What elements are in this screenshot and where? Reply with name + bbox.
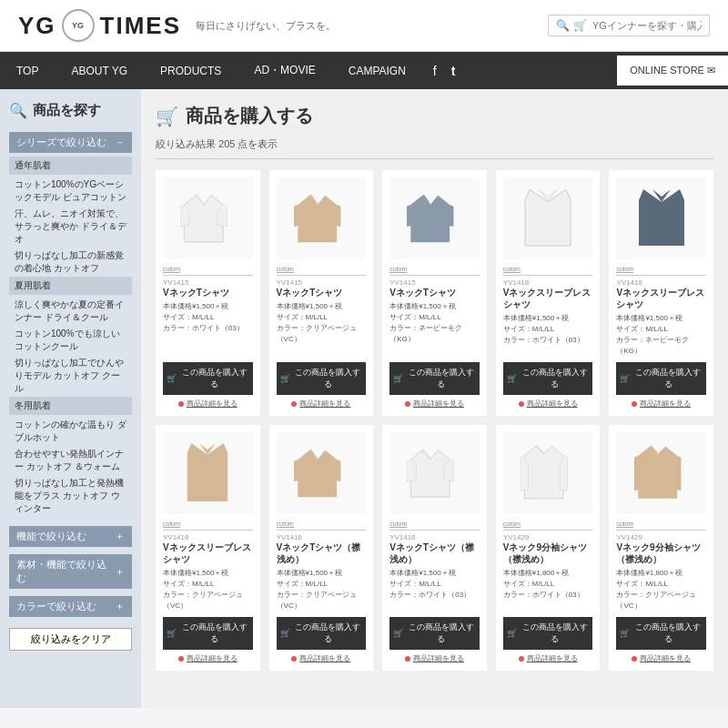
cart-icon: 🛒 [393,374,403,383]
product-card: cutom YV1415 VネックTシャツ 本体価格¥1,500＋税サイズ：M/… [382,170,487,416]
detail-link[interactable]: 商品詳細を見る [503,399,593,409]
product-name: Vネックスリーブレスシャツ [163,541,253,565]
filter-item-cutoff-cool[interactable]: 切りっぱなし加工でひんやりモデル カットオフ クール [9,355,132,397]
product-image [163,432,253,514]
detail-link[interactable]: 商品詳細を見る [389,653,480,663]
detail-link[interactable]: 商品詳細を見る [277,653,367,663]
filter-subsection-winter: 冬用肌着 [9,397,132,415]
filter-item-warm[interactable]: 合わせやすい発熱肌インナー カットオフ ＆ウォーム [9,446,132,475]
buy-button[interactable]: 🛒 この商品を購入する [163,362,253,395]
cart-icon: 🛒 [156,106,178,127]
product-name: VネックTシャツ（襟浅め） [389,541,480,565]
filter-series-section: シリーズで絞り込む － 通年肌着 コットン100%のYGベーシックモデル ピュア… [9,132,132,517]
buy-button[interactable]: 🛒 この商品を購入する [503,617,593,650]
cart-icon: 🛒 [573,19,587,32]
detail-link[interactable]: 商品詳細を見る [163,653,253,663]
buy-button[interactable]: 🛒 この商品を購入する [277,617,367,650]
search-icon: 🔍 [9,102,27,119]
filter-subsection-summer: 夏用肌着 [9,277,132,295]
filter-item-double-hot[interactable]: コットンの確かな温もり ダブルホット [9,417,132,446]
filter-item-dry-deo[interactable]: 汗、ムレ、ニオイ対策で、サラっと爽やか ドライ＆デオ [9,206,132,248]
product-details: 本体価格¥1,500＋税サイズ：M/L/LLカラー：ホワイト（03） [389,568,480,612]
main-nav: TOP ABOUT YG PRODUCTS AD・MOVIE CAMPAIGN … [0,52,728,89]
product-name: VネックTシャツ（襟浅め） [277,541,367,565]
product-brand: cutom [389,520,480,531]
buy-button[interactable]: 🛒 この商品を購入する [389,362,480,395]
plus-icon: ＋ [115,530,125,543]
detail-link[interactable]: 商品詳細を見る [503,653,593,663]
product-brand: cutom [163,520,253,531]
filter-item-cutoff[interactable]: 切りっぱなし加工の新感覚の着心地 カットオフ [9,248,132,277]
product-image [277,177,367,259]
product-image [389,432,480,514]
svg-marker-8 [411,196,450,242]
nav-online-store[interactable]: ONLINE STORE ✉ [617,56,728,86]
product-card: cutom YV1415 VネックTシャツ 本体価格¥1,500＋税サイズ：M/… [269,170,374,416]
product-brand: cutom [389,265,480,276]
product-details: 本体価格¥1,500＋税サイズ：M/L/LLカラー：クリアベージュ（VC） [277,301,367,357]
cart-icon: 🛒 [393,629,403,638]
detail-link[interactable]: 商品詳細を見る [277,399,367,409]
clear-filter-button[interactable]: 絞り込みをクリア [9,628,132,651]
nav-movie[interactable]: AD・MOVIE [238,52,331,89]
product-name: Vネックスリーブレスシャツ [503,287,593,310]
twitter-icon[interactable]: t [446,56,461,86]
product-name: VネックTシャツ [163,287,253,298]
cart-icon: 🛒 [507,374,517,383]
product-card: cutom YV1418 Vネックスリーブレスシャツ 本体価格¥1,500＋税サ… [609,170,713,416]
buy-button[interactable]: 🛒 この商品を購入する [389,617,480,650]
buy-button[interactable]: 🛒 この商品を購入する [503,362,593,395]
cart-icon: 🛒 [507,629,517,638]
buy-button[interactable]: 🛒 この商品を購入する [616,362,706,395]
buy-button[interactable]: 🛒 この商品を購入する [277,362,367,395]
filter-color-header[interactable]: カラーで絞り込む ＋ [9,596,132,617]
svg-marker-4 [298,196,337,242]
filter-subsection-regular: 通年肌着 [9,157,132,175]
logo-emblem: YG [62,9,95,42]
nav-top[interactable]: TOP [0,54,55,88]
product-card: cutom YV1416 VネックTシャツ（襟浅め） 本体価格¥1,500＋税サ… [382,425,487,671]
detail-link[interactable]: 商品詳細を見る [616,399,706,409]
product-code: YV1429 [616,533,706,541]
detail-dot [519,656,524,662]
detail-link[interactable]: 商品詳細を見る [616,653,706,663]
filter-item-winter[interactable]: 切りっぱなし加工と発熱機能をプラス カットオフ ウィンター [9,475,132,517]
search-bar[interactable]: 🔍 🛒 [548,15,710,36]
product-code: YV1429 [503,533,593,541]
buy-button[interactable]: 🛒 この商品を購入する [616,617,706,650]
page-title-container: 🛒 商品を購入する [156,104,713,128]
product-name: Vネックスリーブレスシャツ [616,287,706,310]
filter-material-header[interactable]: 素材・機能で絞り込む ＋ [9,554,132,589]
filter-item-dry-cool[interactable]: 涼しく爽やかな夏の定番インナー ドライ＆クール [9,297,132,326]
main-layout: 🔍 商品を探す シリーズで絞り込む － 通年肌着 コットン100%のYGベーシッ… [0,89,728,708]
page-title: 商品を購入する [186,104,313,128]
detail-dot [632,401,637,407]
product-card: cutom YV1418 Vネックスリーブレスシャツ 本体価格¥1,500＋税サ… [156,425,260,671]
nav-products[interactable]: PRODUCTS [144,54,238,88]
main-content: 🛒 商品を購入する 絞り込み結果 205 点を表示 cutom YV1415 V… [141,89,728,708]
facebook-icon[interactable]: f [428,56,442,86]
filter-item-cotton-cool[interactable]: コットン100%でも涼しい コットンクール [9,326,132,355]
filter-item-pure-cotton[interactable]: コットン100%のYGベーシックモデル ピュアコットン [9,177,132,206]
detail-dot [405,401,410,407]
detail-link[interactable]: 商品詳細を見る [389,399,480,409]
filter-function-header[interactable]: 機能で絞り込む ＋ [9,526,132,547]
site-header: YG YG TIMES 毎日にさりげない、プラスを。 🔍 🛒 [0,0,728,52]
product-brand: cutom [616,520,706,531]
search-input[interactable] [592,20,702,31]
svg-marker-22 [411,450,450,497]
plus-icon: ＋ [115,600,125,613]
buy-button[interactable]: 🛒 この商品を購入する [163,617,253,650]
nav-about[interactable]: ABOUT YG [55,54,144,88]
nav-campaign[interactable]: CAMPAIGN [332,54,422,88]
product-image [277,432,367,514]
filter-series-header[interactable]: シリーズで絞り込む － [9,132,132,153]
cart-icon: 🛒 [280,629,290,638]
detail-link[interactable]: 商品詳細を見る [163,399,253,409]
product-grid: cutom YV1415 VネックTシャツ 本体価格¥1,500＋税サイズ：M/… [156,170,713,671]
sidebar: 🔍 商品を探す シリーズで絞り込む － 通年肌着 コットン100%のYGベーシッ… [0,89,141,708]
product-image [163,177,253,259]
product-code: YV1415 [163,278,253,287]
detail-dot [405,656,410,662]
cart-icon: 🛒 [620,629,630,638]
